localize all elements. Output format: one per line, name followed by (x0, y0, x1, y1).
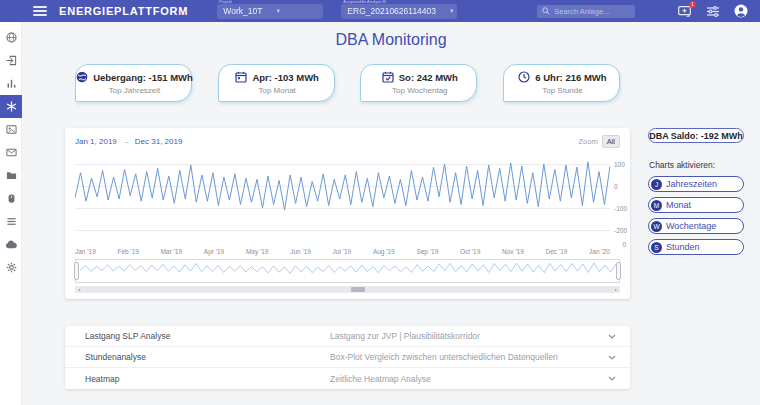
toggle-monat[interactable]: M Monat (648, 197, 744, 213)
chevron-down-icon: ▾ (450, 7, 454, 15)
stat-subtitle: Top Wochentag (369, 86, 470, 95)
stat-title: 6 Uhr: 216 MWh (535, 72, 606, 83)
clock-icon (518, 71, 530, 83)
globe-icon (76, 71, 88, 83)
stat-title: So: 242 MWh (399, 72, 458, 83)
rangeslider[interactable] (75, 259, 620, 283)
add-to-queue-icon[interactable]: 1 (677, 4, 692, 19)
toggle-badge: S (651, 242, 662, 253)
project-select[interactable]: Projekt Work_10T ▾ (217, 4, 323, 19)
stat-subtitle: Top Monat (227, 86, 328, 95)
stat-subtitle: Top Stunde (512, 86, 613, 95)
page-title: DBA Monitoring (22, 31, 760, 49)
hamburger-icon[interactable] (33, 6, 47, 16)
project-select-label: Projekt (219, 0, 231, 4)
toggle-badge: M (651, 200, 662, 211)
app-header: ENERGIEPLATTFORM Projekt Work_10T ▾ Ausg… (0, 0, 760, 22)
globe-icon[interactable] (0, 26, 22, 49)
y-tick: 100 (614, 161, 636, 168)
calendar-icon (235, 71, 247, 83)
chart-panel: Jan 1, 2019 → Dec 31, 2019 Zoom All 100 … (65, 128, 630, 299)
media-card-icon[interactable] (0, 118, 22, 141)
range-start-date[interactable]: Jan 1, 2019 (75, 137, 117, 146)
analysis-select-value: ERG_20210626114403 (347, 6, 436, 16)
analysis-accordion: Lastgang SLP Analyse Lastgang zur JVP | … (65, 326, 630, 389)
sidebar (0, 22, 22, 405)
stat-card-monat: Apr: -103 MWh Top Monat (218, 64, 335, 102)
folder-icon[interactable] (0, 164, 22, 187)
stat-title: Apr: -103 MWh (252, 72, 319, 83)
analysis-select[interactable]: Ausgewählte Analyse ID ERG_2021062611440… (341, 4, 457, 19)
stat-card-wochentag: So: 242 MWh Top Wochentag (360, 64, 477, 102)
toggle-jahreszeiten[interactable]: J Jahreszeiten (648, 176, 744, 192)
line-chart-plot[interactable]: 100 0 -100 -200 (75, 153, 610, 245)
cloud-icon[interactable] (0, 233, 22, 256)
device-icon[interactable] (0, 187, 22, 210)
bar-chart-icon[interactable] (0, 72, 22, 95)
search-input[interactable] (554, 7, 634, 16)
saldo-badge: DBA Saldo: -192 MWh (648, 128, 744, 143)
stat-cards-row: Uebergang: -151 MWh Top Jahreszeit Apr: … (65, 64, 630, 102)
toggle-wochentage[interactable]: W Wochentage (648, 218, 744, 234)
chevron-down-icon (608, 334, 616, 339)
chevron-down-icon (608, 355, 616, 360)
stat-title: Uebergang: -151 MWh (93, 72, 193, 83)
zoom-all-button[interactable]: All (602, 135, 620, 148)
horizontal-scrollbar[interactable]: ◂ ▸ (75, 286, 620, 293)
rangeslider-mini-line (80, 261, 616, 281)
stat-subtitle: Top Jahreszeit (84, 86, 185, 95)
search-icon (542, 7, 550, 15)
chevron-down-icon (608, 376, 616, 381)
timeseries-line (75, 153, 610, 245)
toggle-badge: W (651, 221, 662, 232)
zoom-label: Zoom (578, 137, 597, 146)
notification-badge: 1 (689, 1, 696, 8)
y-tick: 0 (614, 183, 636, 190)
scroll-left-arrow[interactable]: ◂ (76, 287, 82, 292)
scrollbar-thumb[interactable] (351, 287, 365, 292)
stat-card-stunde: 6 Uhr: 216 MWh Top Stunde (503, 64, 620, 102)
exit-to-app-icon[interactable] (0, 49, 22, 72)
accordion-row-heatmap[interactable]: Heatmap Zeitliche Heatmap Analyse (65, 368, 630, 389)
search-box[interactable] (537, 5, 635, 18)
y-tick: -100 (614, 205, 636, 212)
scroll-right-arrow[interactable]: ▸ (613, 287, 619, 292)
rangeslider-right-handle[interactable] (616, 262, 621, 280)
calendar-check-icon (382, 71, 394, 83)
chevron-down-icon: ▾ (276, 7, 280, 15)
arrow-right-icon: → (122, 137, 130, 146)
list-icon[interactable] (0, 210, 22, 233)
x-axis-labels: Jan '19Feb '19Mar '19Apr '19May '19Jun '… (75, 248, 610, 255)
toggle-badge: J (651, 179, 662, 190)
app-title: ENERGIEPLATTFORM (59, 5, 188, 17)
tune-icon[interactable] (705, 4, 720, 19)
account-circle-icon[interactable] (733, 4, 748, 19)
y-tick: -200 (614, 227, 636, 234)
charts-activate-label: Charts aktivieren: (649, 160, 744, 170)
project-select-value: Work_10T (223, 6, 262, 16)
toggle-stunden[interactable]: S Stunden (648, 239, 744, 255)
accordion-row-lastgang[interactable]: Lastgang SLP Analyse Lastgang zur JVP | … (65, 326, 630, 347)
range-end-date[interactable]: Dec 31, 2019 (135, 137, 183, 146)
settings-icon[interactable] (0, 256, 22, 279)
monitoring-icon[interactable] (0, 95, 22, 118)
mail-icon[interactable] (0, 141, 22, 164)
accordion-row-stundenanalyse[interactable]: Stundenanalyse Box-Plot Vergleich zwisch… (65, 347, 630, 368)
stat-card-jahreszeit: Uebergang: -151 MWh Top Jahreszeit (75, 64, 192, 102)
rangeslider-y-tick: 0 (622, 241, 626, 248)
analysis-select-label: Ausgewählte Analyse ID (343, 0, 386, 4)
right-panel: DBA Saldo: -192 MWh Charts aktivieren: J… (648, 128, 744, 260)
rangeslider-left-handle[interactable] (74, 262, 79, 280)
